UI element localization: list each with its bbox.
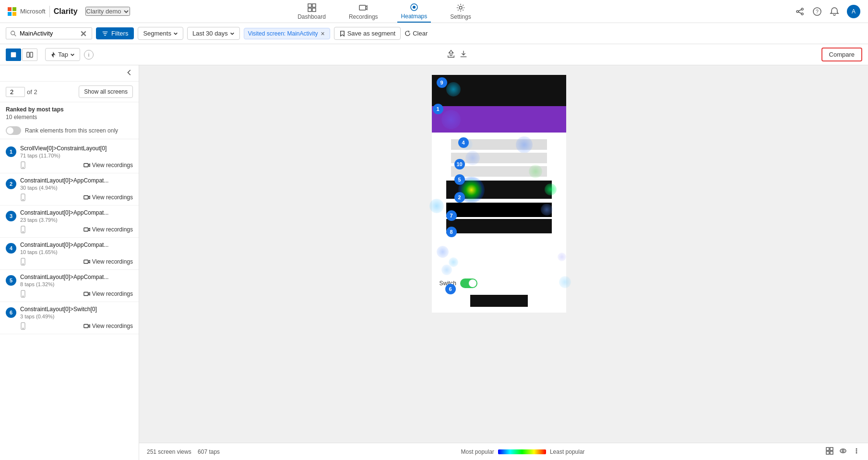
show-all-label: Show all screens bbox=[84, 88, 128, 95]
list-item: 5 ConstraintLayout[0]>AppCompat... 8 tap… bbox=[0, 270, 139, 302]
nav-recordings[interactable]: Recordings bbox=[345, 1, 382, 22]
more-icon-btn[interactable] bbox=[853, 447, 860, 456]
view-recordings-button[interactable]: View recordings bbox=[83, 291, 133, 297]
collapse-panel-button[interactable] bbox=[126, 69, 133, 77]
date-filter-button[interactable]: Last 30 days bbox=[187, 27, 240, 40]
element-stats: 10 taps (1.65%) bbox=[20, 249, 108, 255]
heat-blob bbox=[529, 165, 542, 178]
page-nav: of 2 Show all screens bbox=[0, 82, 139, 102]
recordings-icon bbox=[358, 3, 368, 12]
phone-icon bbox=[20, 161, 26, 169]
screen-content: 10 5 2 bbox=[432, 133, 566, 313]
notifications-icon-btn[interactable] bbox=[830, 7, 839, 16]
element-header: 4 ConstraintLayout[0]>AppCompat... 10 ta… bbox=[6, 242, 133, 255]
page-input[interactable] bbox=[6, 87, 25, 97]
badge-4: 4 bbox=[458, 137, 469, 148]
collapse-icon bbox=[126, 69, 133, 76]
show-all-screens-button[interactable]: Show all screens bbox=[79, 85, 133, 98]
element-info: ConstraintLayout[0]>Switch[0] 3 taps (0.… bbox=[20, 306, 97, 319]
nav-brand: Microsoft Clarity bbox=[8, 6, 78, 17]
clear-button[interactable]: Clear bbox=[404, 30, 428, 37]
badge-1: 1 bbox=[433, 104, 443, 114]
save-segment-button[interactable]: Save as segment bbox=[334, 27, 401, 40]
toggle-thumb bbox=[469, 279, 476, 287]
view-recordings-button[interactable]: View recordings bbox=[83, 226, 133, 233]
save-segment-label: Save as segment bbox=[347, 30, 395, 37]
view-recordings-label: View recordings bbox=[92, 226, 133, 233]
compare-button[interactable]: Compare bbox=[821, 48, 862, 61]
list-item: 6 ConstraintLayout[0]>Switch[0] 3 taps (… bbox=[0, 302, 139, 334]
project-selector[interactable]: Clarity demo bbox=[85, 7, 130, 16]
notifications-icon bbox=[830, 7, 839, 16]
info-button[interactable]: i bbox=[84, 50, 94, 60]
grid-icon-btn[interactable] bbox=[826, 447, 833, 456]
nav-right-icons: ? A bbox=[795, 5, 860, 18]
nav-settings[interactable]: Settings bbox=[446, 1, 475, 22]
badge-6: 6 bbox=[445, 284, 456, 294]
eye-icon-btn[interactable] bbox=[839, 447, 847, 456]
nav-heatmaps[interactable]: Heatmaps bbox=[397, 0, 431, 23]
element-stats: 3 taps (0.49%) bbox=[20, 314, 97, 319]
clear-label: Clear bbox=[413, 30, 428, 37]
svg-rect-37 bbox=[84, 260, 88, 264]
toggle-thumb bbox=[7, 127, 13, 134]
share-icon-btn[interactable] bbox=[795, 7, 805, 16]
project-name: Clarity demo bbox=[86, 8, 121, 15]
badge-9: 9 bbox=[437, 77, 447, 88]
phone-icon bbox=[20, 322, 26, 330]
microsoft-label: Microsoft bbox=[20, 8, 46, 15]
view-recordings-button[interactable]: View recordings bbox=[83, 258, 133, 265]
footer-stats: 251 screen views 607 taps bbox=[147, 448, 220, 455]
user-avatar[interactable]: A bbox=[847, 5, 860, 18]
svg-rect-3 bbox=[312, 8, 316, 12]
download-button[interactable] bbox=[459, 49, 468, 60]
element-name: ScrollView[0]>ConstraintLayout[0] bbox=[20, 145, 107, 152]
svg-rect-44 bbox=[826, 448, 829, 450]
video-icon bbox=[83, 323, 90, 329]
element-actions: View recordings bbox=[6, 194, 133, 201]
screen-gray-bar3 bbox=[451, 166, 547, 177]
share-icon2 bbox=[447, 49, 455, 58]
heatmap-canvas: 9 1 4 bbox=[139, 65, 868, 443]
search-clear-button[interactable] bbox=[80, 30, 87, 37]
heatmap-area: 9 1 4 bbox=[139, 65, 868, 460]
view-recordings-button[interactable]: View recordings bbox=[83, 323, 133, 329]
nav-dashboard[interactable]: Dashboard bbox=[294, 1, 330, 22]
view-recordings-button[interactable]: View recordings bbox=[83, 194, 133, 201]
refresh-icon bbox=[404, 30, 411, 36]
filters-button[interactable]: Filters bbox=[96, 27, 134, 39]
toggle-element bbox=[460, 278, 477, 288]
panel-info: Ranked by most taps 10 elements bbox=[0, 102, 139, 122]
element-badge: 6 bbox=[6, 307, 16, 318]
toolbar-share-button[interactable] bbox=[447, 49, 455, 60]
share-icon bbox=[795, 7, 805, 16]
badge-2: 2 bbox=[454, 192, 465, 203]
svg-point-8 bbox=[801, 8, 803, 10]
element-actions: View recordings bbox=[6, 226, 133, 233]
element-header: 2 ConstraintLayout[0]>AppCompat... 30 ta… bbox=[6, 177, 133, 191]
rank-toggle-switch[interactable] bbox=[6, 126, 21, 135]
video-icon bbox=[83, 226, 90, 233]
svg-point-27 bbox=[23, 167, 24, 168]
help-icon-btn[interactable]: ? bbox=[812, 7, 822, 16]
svg-point-30 bbox=[23, 199, 24, 200]
view-split-button[interactable] bbox=[22, 48, 37, 61]
svg-point-15 bbox=[11, 31, 15, 35]
segments-label: Segments bbox=[143, 30, 171, 37]
view-recordings-button[interactable]: View recordings bbox=[83, 162, 133, 169]
badge-10: 10 bbox=[454, 159, 465, 169]
element-badge: 3 bbox=[6, 211, 16, 221]
more-icon bbox=[853, 447, 860, 455]
screen-top-bar bbox=[432, 75, 566, 106]
tap-dropdown-button[interactable]: Tap bbox=[45, 48, 80, 61]
segments-button[interactable]: Segments bbox=[138, 27, 183, 40]
heat-blob bbox=[545, 183, 557, 195]
search-input[interactable] bbox=[20, 30, 77, 37]
svg-point-33 bbox=[23, 231, 24, 232]
visited-screen-remove-button[interactable]: × bbox=[320, 30, 326, 37]
list-item: 4 ConstraintLayout[0]>AppCompat... 10 ta… bbox=[0, 238, 139, 270]
svg-rect-2 bbox=[308, 8, 311, 12]
element-info: ConstraintLayout[0]>AppCompat... 8 taps … bbox=[20, 274, 108, 287]
split-view-icon bbox=[26, 51, 33, 58]
view-single-button[interactable] bbox=[6, 48, 21, 61]
